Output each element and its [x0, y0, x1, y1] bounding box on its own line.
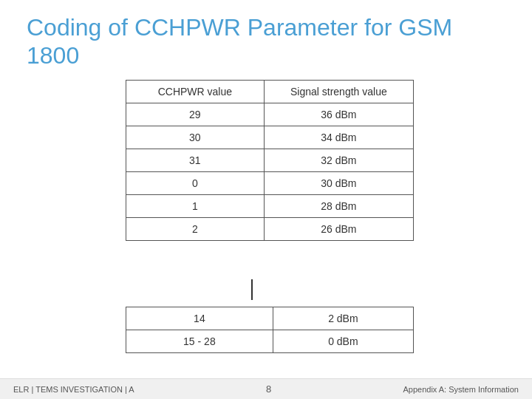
cchpwr-cell: 31: [126, 149, 265, 172]
table-row: 128 dBm: [126, 195, 414, 218]
col-header-signal: Signal strength value: [264, 81, 413, 103]
signal-cell: 32 dBm: [264, 149, 413, 172]
cchpwr-cell: 14: [126, 307, 273, 330]
signal-cell: 0 dBm: [273, 330, 413, 353]
bottom-table: 142 dBm15 - 280 dBm: [126, 307, 414, 353]
cchpwr-cell: 2: [126, 218, 265, 241]
signal-cell: 36 dBm: [264, 103, 413, 126]
bottom-table-container: 142 dBm15 - 280 dBm: [126, 307, 414, 353]
table-row: 2936 dBm: [126, 103, 414, 126]
footer-page-number: 8: [266, 383, 271, 395]
signal-cell: 2 dBm: [273, 307, 413, 330]
table-row: 030 dBm: [126, 172, 414, 195]
table-row: 142 dBm: [126, 307, 414, 330]
signal-cell: 30 dBm: [264, 172, 413, 195]
signal-cell: 26 dBm: [264, 218, 413, 241]
footer-left: ELR | TEMS INVESTIGATION | A: [13, 385, 134, 394]
footer: ELR | TEMS INVESTIGATION | A 8 Appendix …: [0, 378, 532, 399]
signal-cell: 28 dBm: [264, 195, 413, 218]
table-row: 3132 dBm: [126, 149, 414, 172]
ellipsis-separator: [251, 279, 253, 300]
cchpwr-cell: 30: [126, 126, 265, 149]
cchpwr-cell: 15 - 28: [126, 330, 273, 353]
table-row: 15 - 280 dBm: [126, 330, 414, 353]
table-row: 3034 dBm: [126, 126, 414, 149]
page-title: Coding of CCHPWR Parameter for GSM 1800: [27, 13, 485, 70]
footer-right: Appendix A: System Information: [403, 385, 519, 394]
signal-cell: 34 dBm: [264, 126, 413, 149]
main-table-container: CCHPWR value Signal strength value 2936 …: [126, 80, 414, 241]
table-row: 226 dBm: [126, 218, 414, 241]
cchpwr-cell: 29: [126, 103, 265, 126]
cchpwr-cell: 1: [126, 195, 265, 218]
ellipsis-line: [251, 279, 253, 300]
main-table: CCHPWR value Signal strength value 2936 …: [126, 80, 414, 241]
col-header-cchpwr: CCHPWR value: [126, 81, 265, 103]
cchpwr-cell: 0: [126, 172, 265, 195]
